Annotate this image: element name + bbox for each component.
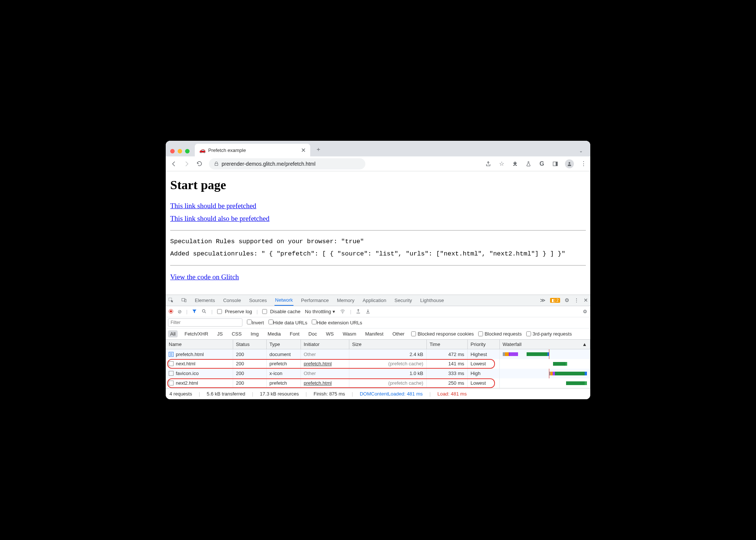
labs-icon[interactable] bbox=[525, 160, 532, 168]
hide-data-urls-checkbox[interactable]: Hide data URLs bbox=[269, 320, 308, 325]
search-icon[interactable] bbox=[201, 309, 207, 314]
filter-fetch[interactable]: Fetch/XHR bbox=[182, 330, 210, 337]
invert-checkbox[interactable]: Invert bbox=[247, 320, 264, 325]
blocked-requests-checkbox[interactable]: Blocked requests bbox=[478, 331, 522, 337]
settings-icon[interactable]: ⚙ bbox=[565, 297, 569, 303]
devtools-menu-icon[interactable]: ⋮ bbox=[574, 297, 579, 303]
tab-elements[interactable]: Elements bbox=[194, 295, 216, 306]
tab-favicon: 🚗 bbox=[199, 147, 205, 153]
third-party-checkbox[interactable]: 3rd-party requests bbox=[526, 331, 572, 337]
throttling-select[interactable]: No throttling ▾ bbox=[305, 309, 335, 314]
table-row[interactable]: prefetch.html200documentOther2.4 kB472 m… bbox=[166, 349, 590, 359]
filter-icon[interactable] bbox=[192, 309, 197, 314]
filter-img[interactable]: Img bbox=[248, 330, 261, 337]
col-size[interactable]: Size bbox=[349, 340, 426, 349]
disable-cache-checkbox[interactable]: Disable cache bbox=[262, 309, 301, 314]
side-panel-icon[interactable] bbox=[552, 160, 559, 168]
tab-application[interactable]: Application bbox=[362, 295, 387, 306]
share-icon[interactable] bbox=[485, 160, 492, 168]
filter-wasm[interactable]: Wasm bbox=[340, 330, 358, 337]
browser-tab[interactable]: 🚗 Prefetch example ✕ bbox=[195, 144, 310, 156]
lock-icon bbox=[214, 161, 219, 166]
tab-sources[interactable]: Sources bbox=[248, 295, 268, 306]
filter-media[interactable]: Media bbox=[266, 330, 283, 337]
waterfall-bar bbox=[503, 381, 587, 386]
devtools-tabs: Elements Console Sources Network Perform… bbox=[166, 295, 590, 306]
toolbar: prerender-demos.glitch.me/prefetch.html … bbox=[166, 156, 590, 171]
devtools-panel: Elements Console Sources Network Perform… bbox=[166, 295, 590, 399]
svg-point-2 bbox=[569, 162, 571, 164]
table-row[interactable]: next.html200prefetchprefetch.html(prefet… bbox=[166, 359, 590, 369]
filter-other[interactable]: Other bbox=[390, 330, 407, 337]
tab-memory[interactable]: Memory bbox=[336, 295, 355, 306]
forward-button[interactable] bbox=[181, 159, 192, 169]
tab-security[interactable]: Security bbox=[394, 295, 413, 306]
device-toggle-icon[interactable] bbox=[181, 298, 187, 303]
warnings-badge[interactable]: ◧ 2 bbox=[550, 298, 560, 303]
console-output-1: Speculation Rules supported on your brow… bbox=[170, 236, 586, 248]
clear-button[interactable]: ⊘ bbox=[178, 309, 182, 314]
filter-js[interactable]: JS bbox=[215, 330, 225, 337]
network-table-wrap: Name Status Type Initiator Size Time Pri… bbox=[166, 340, 590, 388]
filter-font[interactable]: Font bbox=[288, 330, 302, 337]
glitch-link[interactable]: View the code on Glitch bbox=[170, 273, 239, 281]
devtools-close-icon[interactable]: ✕ bbox=[584, 297, 588, 303]
reload-button[interactable] bbox=[194, 159, 204, 169]
bookmark-star-icon[interactable]: ☆ bbox=[498, 160, 505, 168]
url-text: prerender-demos.glitch.me/prefetch.html bbox=[222, 161, 315, 167]
status-load: Load: 481 ms bbox=[437, 391, 467, 397]
col-status[interactable]: Status bbox=[233, 340, 266, 349]
prefetch-link-2[interactable]: This link should also be prefetched bbox=[170, 215, 269, 223]
tab-network[interactable]: Network bbox=[274, 295, 294, 306]
download-har-icon[interactable] bbox=[365, 309, 371, 314]
waterfall-bar bbox=[503, 361, 587, 366]
tab-strip: 🚗 Prefetch example ✕ ＋ ⌄ bbox=[166, 141, 590, 156]
network-status-bar: 4 requests| 5.6 kB transferred| 17.3 kB … bbox=[166, 388, 590, 399]
col-time[interactable]: Time bbox=[426, 340, 467, 349]
col-name[interactable]: Name bbox=[166, 340, 233, 349]
new-tab-button[interactable]: ＋ bbox=[312, 146, 324, 156]
upload-har-icon[interactable] bbox=[356, 309, 361, 314]
filter-doc[interactable]: Doc bbox=[306, 330, 319, 337]
col-priority[interactable]: Priority bbox=[467, 340, 499, 349]
address-bar[interactable]: prerender-demos.glitch.me/prefetch.html bbox=[209, 158, 365, 169]
tab-console[interactable]: Console bbox=[222, 295, 242, 306]
hide-extension-urls-checkbox[interactable]: Hide extension URLs bbox=[312, 320, 362, 325]
table-row[interactable]: favicon.ico200x-iconOther1.0 kB333 msHig… bbox=[166, 369, 590, 378]
tabs-dropdown-icon[interactable]: ⌄ bbox=[575, 148, 587, 156]
kebab-menu-icon[interactable]: ⋮ bbox=[580, 160, 587, 168]
close-window-button[interactable] bbox=[170, 149, 175, 153]
inspect-icon[interactable] bbox=[168, 297, 174, 303]
filter-all[interactable]: All bbox=[168, 330, 178, 337]
prefetch-link-1[interactable]: This link should be prefetched bbox=[170, 202, 256, 210]
google-icon[interactable]: G bbox=[538, 160, 546, 168]
network-conditions-icon[interactable] bbox=[340, 309, 346, 314]
filter-css[interactable]: CSS bbox=[229, 330, 244, 337]
maximize-window-button[interactable] bbox=[185, 149, 190, 153]
browser-window: 🚗 Prefetch example ✕ ＋ ⌄ prerender-demos… bbox=[166, 141, 590, 399]
more-tabs-icon[interactable]: ≫ bbox=[540, 297, 546, 303]
extensions-icon[interactable] bbox=[511, 160, 519, 168]
svg-point-6 bbox=[203, 310, 205, 312]
file-icon bbox=[169, 381, 174, 385]
col-initiator[interactable]: Initiator bbox=[301, 340, 349, 349]
back-button[interactable] bbox=[169, 159, 179, 169]
divider bbox=[170, 265, 586, 266]
svg-rect-1 bbox=[556, 162, 558, 166]
document-icon bbox=[169, 352, 174, 357]
col-waterfall[interactable]: Waterfall▲ bbox=[499, 340, 590, 349]
table-row[interactable]: next2.html200prefetchprefetch.html(prefe… bbox=[166, 378, 590, 388]
filter-input[interactable] bbox=[168, 318, 242, 327]
network-settings-icon[interactable]: ⚙ bbox=[583, 309, 587, 314]
record-button[interactable] bbox=[169, 309, 173, 314]
tab-lighthouse[interactable]: Lighthouse bbox=[419, 295, 445, 306]
blocked-cookies-checkbox[interactable]: Blocked response cookies bbox=[411, 331, 474, 337]
tab-close-icon[interactable]: ✕ bbox=[301, 147, 306, 154]
profile-avatar[interactable] bbox=[565, 159, 574, 168]
col-type[interactable]: Type bbox=[266, 340, 301, 349]
filter-manifest[interactable]: Manifest bbox=[363, 330, 385, 337]
tab-performance[interactable]: Performance bbox=[300, 295, 329, 306]
filter-ws[interactable]: WS bbox=[324, 330, 336, 337]
minimize-window-button[interactable] bbox=[178, 149, 182, 153]
preserve-log-checkbox[interactable]: Preserve log bbox=[217, 309, 252, 314]
